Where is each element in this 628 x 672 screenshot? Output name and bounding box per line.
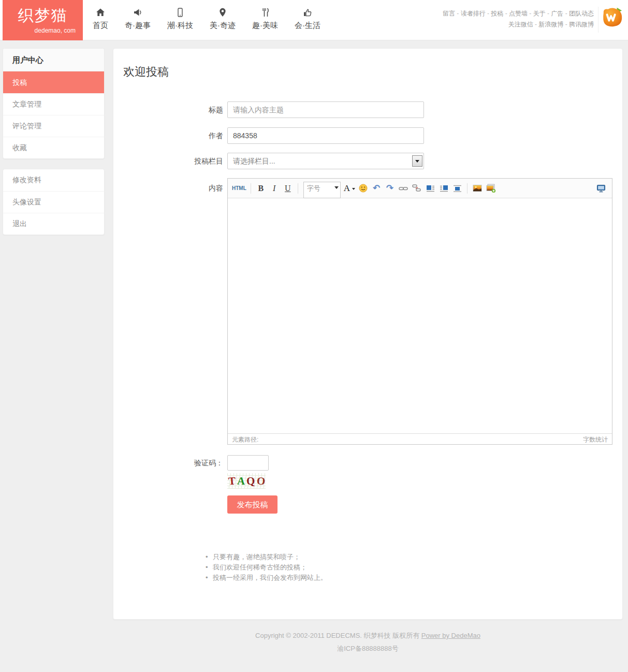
publish-submission-button[interactable]: 发布投稿 (227, 495, 278, 514)
redo-button[interactable] (384, 182, 396, 195)
insert-album-button[interactable] (485, 182, 496, 195)
sidebar-user-center-card: 用户中心 投稿 文章管理 评论管理 收藏 (3, 48, 105, 159)
link-sina-weibo[interactable]: 新浪微博 (538, 21, 569, 28)
link-like-wall[interactable]: 点赞墙 (509, 10, 533, 17)
link-reader-ranking[interactable]: 读者排行 (461, 10, 491, 17)
note-item: 我们欢迎任何稀奇古怪的投稿； (206, 562, 327, 573)
megaphone-icon (133, 7, 143, 18)
footer: Copyright © 2002-2011 DEDECMS. 织梦科技 版权所有… (113, 631, 623, 653)
chevron-down-icon (334, 186, 339, 191)
undo-button[interactable] (371, 182, 382, 195)
top-links-row1: 留言 读者排行 投稿 点赞墙 关于 广告 团队动态 (443, 8, 594, 19)
powered-by-link[interactable]: Power by DedeMao (421, 632, 480, 639)
image-block-icon (453, 184, 462, 193)
bold-button[interactable]: B (255, 182, 267, 195)
content-label: 内容 (113, 178, 223, 198)
cat-mascot-logo[interactable] (602, 6, 623, 28)
nav-item-food[interactable]: 趣·美味 (244, 0, 286, 40)
monitor-icon (596, 184, 606, 193)
italic-button[interactable]: I (269, 182, 280, 195)
header-divider (598, 7, 598, 33)
editor-content-area[interactable] (228, 198, 612, 433)
nav-item-fun[interactable]: 奇·趣事 (116, 0, 159, 40)
map-pin-icon (217, 7, 228, 18)
nav-item-home[interactable]: 首页 (84, 0, 116, 40)
link-guestbook[interactable]: 留言 (443, 10, 461, 17)
site-logo[interactable]: 织梦猫 dedemao, com (3, 0, 83, 40)
font-size-select-label: 字号 (307, 184, 320, 193)
nav-item-label: 潮·科技 (167, 21, 193, 31)
author-input[interactable]: 884358 (227, 127, 424, 144)
page: 织梦猫 dedemao, com 首页 奇·趣事 潮·科技 美·奇迹 (0, 0, 628, 672)
top-links: 留言 读者排行 投稿 点赞墙 关于 广告 团队动态 关注微信 新浪微博 腾讯微博 (443, 8, 594, 30)
nav-item-label: 奇·趣事 (125, 21, 151, 31)
image-icon (473, 184, 482, 192)
link-about[interactable]: 关于 (533, 10, 551, 17)
sidebar-item-submit[interactable]: 投稿 (3, 71, 104, 93)
column-select-dropdown-button[interactable] (412, 155, 422, 167)
sidebar-item-article-management[interactable]: 文章管理 (3, 93, 104, 115)
nav-item-tech[interactable]: 潮·科技 (159, 0, 201, 40)
copyright-line: Copyright © 2002-2011 DEDECMS. 织梦科技 版权所有… (113, 631, 623, 640)
title-input[interactable]: 请输入内容主题 (227, 101, 424, 118)
sidebar-item-logout[interactable]: 退出 (3, 213, 104, 235)
sidebar-item-edit-profile[interactable]: 修改资料 (3, 169, 104, 191)
top-links-row2: 关注微信 新浪微博 腾讯微博 (443, 19, 594, 30)
sidebar-item-avatar-settings[interactable]: 头像设置 (3, 191, 104, 213)
main-nav: 首页 奇·趣事 潮·科技 美·奇迹 趣·美味 会·生活 (84, 0, 329, 40)
link-team-news[interactable]: 团队动态 (569, 10, 594, 17)
column-label: 投稿栏目 (113, 153, 223, 169)
toolbar-separator (298, 183, 298, 194)
underline-button[interactable]: U (282, 182, 294, 195)
link-ads[interactable]: 广告 (551, 10, 569, 17)
main-content-card: 欢迎投稿 标题 请输入内容主题 作者 884358 投稿栏目 请选择栏目... … (113, 48, 623, 620)
title-input-placeholder: 请输入内容主题 (233, 106, 284, 114)
cat-mascot-icon (602, 6, 623, 28)
note-item: 投稿一经采用，我们会发布到网站上。 (206, 573, 327, 583)
captcha-input[interactable] (227, 455, 269, 471)
column-select[interactable]: 请选择栏目... (227, 153, 424, 169)
smiley-icon (359, 184, 368, 193)
image-align-right-button[interactable] (438, 182, 449, 195)
link-tencent-weibo[interactable]: 腾讯微博 (569, 21, 594, 28)
captcha-image[interactable]: TAQO (227, 473, 266, 489)
element-path-label: 元素路径: (232, 435, 258, 444)
editor-toolbar: HTML B I U 字号 A (228, 179, 612, 198)
word-count-label[interactable]: 字数统计 (583, 435, 608, 444)
fullscreen-button[interactable] (595, 182, 607, 195)
emoticon-button[interactable] (357, 182, 369, 195)
sidebar-item-comment-management[interactable]: 评论管理 (3, 115, 104, 137)
link-icon (399, 184, 408, 193)
toolbar-separator (467, 183, 468, 194)
chevron-down-icon (352, 188, 355, 192)
captcha-char: O (256, 473, 266, 489)
link-submit[interactable]: 投稿 (491, 10, 509, 17)
sidebar: 用户中心 投稿 文章管理 评论管理 收藏 修改资料 头像设置 退出 (3, 48, 105, 235)
nav-item-label: 美·奇迹 (210, 21, 236, 31)
sidebar-account-card: 修改资料 头像设置 退出 (3, 169, 105, 235)
title-label: 标题 (113, 101, 223, 118)
icp-number: 渝ICP备88888888号 (113, 644, 623, 653)
insert-link-button[interactable] (398, 182, 409, 195)
insert-image-button[interactable] (472, 182, 483, 195)
rich-text-editor: HTML B I U 字号 A (227, 178, 612, 445)
font-size-select[interactable]: 字号 (303, 182, 341, 198)
image-block-button[interactable] (451, 182, 463, 195)
unlink-icon (412, 184, 421, 193)
image-align-right-icon (440, 184, 448, 193)
image-align-left-button[interactable] (425, 182, 436, 195)
link-wechat[interactable]: 关注微信 (508, 21, 539, 28)
sidebar-item-favorites[interactable]: 收藏 (3, 137, 104, 158)
font-color-button[interactable]: A (344, 182, 355, 195)
unlink-button[interactable] (411, 182, 422, 195)
submission-notes: 只要有趣，谢绝搞笑和喷子； 我们欢迎任何稀奇古怪的投稿； 投稿一经采用，我们会发… (206, 552, 327, 583)
smartphone-icon (175, 7, 185, 18)
thumbs-up-icon (302, 7, 313, 18)
nav-item-wonder[interactable]: 美·奇迹 (201, 0, 244, 40)
html-source-button[interactable]: HTML (232, 182, 246, 195)
nav-item-life[interactable]: 会·生活 (286, 0, 329, 40)
captcha-char: Q (246, 473, 255, 489)
column-select-value: 请选择栏目... (233, 153, 275, 169)
site-logo-subtitle: dedemao, com (3, 27, 83, 34)
nav-item-label: 首页 (93, 21, 108, 31)
